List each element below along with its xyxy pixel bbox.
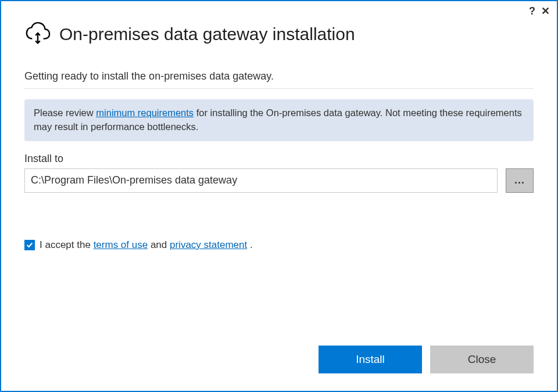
install-path-row: ... [24, 168, 534, 193]
install-button[interactable]: Install [319, 346, 422, 373]
terms-of-use-link[interactable]: terms of use [94, 239, 148, 250]
accept-terms-row: I accept the terms of use and privacy st… [24, 239, 534, 251]
install-to-label: Install to [24, 153, 534, 165]
accept-middle: and [148, 239, 170, 250]
content-area: On-premises data gateway installation Ge… [1, 1, 557, 346]
page-title: On-premises data gateway installation [59, 24, 355, 44]
help-icon[interactable]: ? [529, 6, 535, 16]
banner-text-before: Please review [34, 107, 96, 118]
accept-after: . [247, 239, 252, 250]
close-button[interactable]: Close [430, 346, 534, 373]
requirements-banner: Please review minimum requirements for i… [24, 99, 534, 141]
subtitle: Getting ready to install the on-premises… [24, 70, 534, 89]
minimum-requirements-link[interactable]: minimum requirements [96, 107, 194, 118]
titlebar-controls: ? ✕ [529, 6, 550, 16]
header: On-premises data gateway installation [24, 20, 534, 48]
footer: Install Close [1, 346, 557, 391]
accept-before: I accept the [40, 239, 94, 250]
install-path-input[interactable] [24, 168, 498, 193]
installer-window: ? ✕ On-premises data gateway installatio… [0, 0, 558, 392]
privacy-statement-link[interactable]: privacy statement [170, 239, 247, 250]
browse-button[interactable]: ... [506, 168, 534, 193]
close-icon[interactable]: ✕ [541, 6, 550, 16]
accept-checkbox[interactable] [24, 240, 35, 250]
accept-text: I accept the terms of use and privacy st… [40, 239, 253, 251]
gateway-cloud-icon [24, 20, 51, 48]
